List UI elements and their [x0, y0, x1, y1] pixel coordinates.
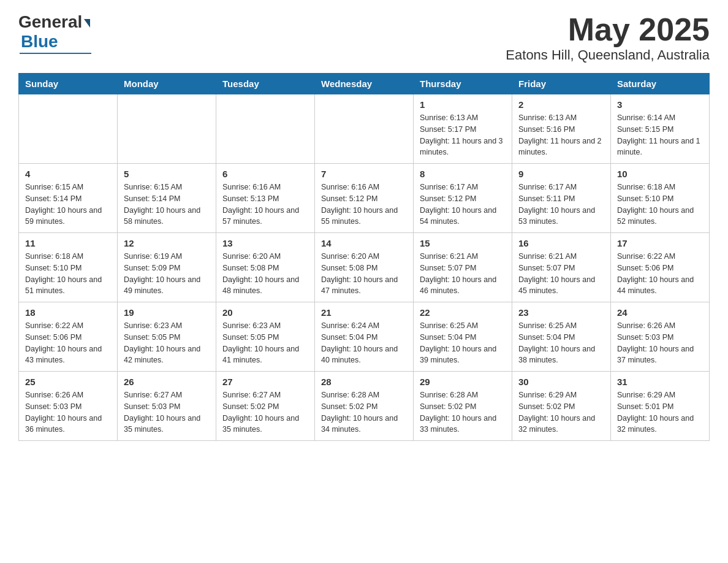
day-number: 16 — [518, 238, 604, 248]
weekday-header-saturday: Saturday — [611, 74, 710, 94]
calendar-cell: 2Sunrise: 6:13 AM Sunset: 5:16 PM Daylig… — [512, 94, 611, 164]
calendar-cell: 26Sunrise: 6:27 AM Sunset: 5:03 PM Dayli… — [118, 372, 216, 441]
logo-blue-text: Blue — [21, 32, 58, 52]
calendar-cell — [216, 94, 315, 164]
calendar-table: SundayMondayTuesdayWednesdayThursdayFrid… — [18, 73, 710, 441]
calendar-cell: 10Sunrise: 6:18 AM Sunset: 5:10 PM Dayli… — [611, 164, 710, 233]
calendar-cell: 23Sunrise: 6:25 AM Sunset: 5:04 PM Dayli… — [512, 302, 611, 372]
day-info: Sunrise: 6:20 AM Sunset: 5:08 PM Dayligh… — [222, 251, 308, 297]
logo-underline — [20, 53, 91, 54]
calendar-cell: 29Sunrise: 6:28 AM Sunset: 5:02 PM Dayli… — [414, 372, 512, 441]
day-number: 29 — [420, 377, 506, 387]
day-info: Sunrise: 6:25 AM Sunset: 5:04 PM Dayligh… — [518, 320, 604, 366]
location-subtitle: Eatons Hill, Queensland, Australia — [506, 47, 710, 63]
day-info: Sunrise: 6:14 AM Sunset: 5:15 PM Dayligh… — [617, 112, 703, 158]
calendar-cell: 13Sunrise: 6:20 AM Sunset: 5:08 PM Dayli… — [216, 233, 315, 302]
day-info: Sunrise: 6:20 AM Sunset: 5:08 PM Dayligh… — [321, 251, 407, 297]
calendar-cell — [19, 94, 118, 164]
day-info: Sunrise: 6:22 AM Sunset: 5:06 PM Dayligh… — [617, 251, 703, 297]
calendar-cell: 3Sunrise: 6:14 AM Sunset: 5:15 PM Daylig… — [611, 94, 710, 164]
day-info: Sunrise: 6:16 AM Sunset: 5:13 PM Dayligh… — [222, 182, 308, 228]
day-number: 8 — [420, 169, 506, 179]
day-info: Sunrise: 6:18 AM Sunset: 5:10 PM Dayligh… — [617, 182, 703, 228]
day-info: Sunrise: 6:17 AM Sunset: 5:12 PM Dayligh… — [420, 182, 506, 228]
weekday-header-row: SundayMondayTuesdayWednesdayThursdayFrid… — [19, 74, 710, 94]
calendar-cell: 31Sunrise: 6:29 AM Sunset: 5:01 PM Dayli… — [611, 372, 710, 441]
calendar-cell: 4Sunrise: 6:15 AM Sunset: 5:14 PM Daylig… — [19, 164, 118, 233]
calendar-cell: 17Sunrise: 6:22 AM Sunset: 5:06 PM Dayli… — [611, 233, 710, 302]
calendar-cell — [118, 94, 216, 164]
day-info: Sunrise: 6:19 AM Sunset: 5:09 PM Dayligh… — [124, 251, 210, 297]
day-info: Sunrise: 6:24 AM Sunset: 5:04 PM Dayligh… — [321, 320, 407, 366]
calendar-cell — [315, 94, 414, 164]
day-info: Sunrise: 6:23 AM Sunset: 5:05 PM Dayligh… — [222, 320, 308, 366]
weekday-header-friday: Friday — [512, 74, 611, 94]
weekday-header-tuesday: Tuesday — [216, 74, 315, 94]
day-info: Sunrise: 6:21 AM Sunset: 5:07 PM Dayligh… — [420, 251, 506, 297]
day-info: Sunrise: 6:27 AM Sunset: 5:03 PM Dayligh… — [124, 389, 210, 435]
week-row-4: 18Sunrise: 6:22 AM Sunset: 5:06 PM Dayli… — [19, 302, 710, 372]
calendar-cell: 15Sunrise: 6:21 AM Sunset: 5:07 PM Dayli… — [414, 233, 512, 302]
title-area: May 2025 Eatons Hill, Queensland, Austra… — [506, 12, 710, 63]
day-info: Sunrise: 6:18 AM Sunset: 5:10 PM Dayligh… — [25, 251, 111, 297]
day-info: Sunrise: 6:22 AM Sunset: 5:06 PM Dayligh… — [25, 320, 111, 366]
calendar-cell: 14Sunrise: 6:20 AM Sunset: 5:08 PM Dayli… — [315, 233, 414, 302]
day-info: Sunrise: 6:26 AM Sunset: 5:03 PM Dayligh… — [617, 320, 703, 366]
day-number: 1 — [420, 99, 506, 110]
calendar-cell: 12Sunrise: 6:19 AM Sunset: 5:09 PM Dayli… — [118, 233, 216, 302]
day-number: 13 — [222, 238, 308, 248]
week-row-3: 11Sunrise: 6:18 AM Sunset: 5:10 PM Dayli… — [19, 233, 710, 302]
day-number: 5 — [124, 169, 210, 179]
day-info: Sunrise: 6:17 AM Sunset: 5:11 PM Dayligh… — [518, 182, 604, 228]
day-number: 3 — [617, 99, 703, 110]
calendar-cell: 6Sunrise: 6:16 AM Sunset: 5:13 PM Daylig… — [216, 164, 315, 233]
day-number: 4 — [25, 169, 111, 179]
day-number: 26 — [124, 377, 210, 387]
calendar-cell: 8Sunrise: 6:17 AM Sunset: 5:12 PM Daylig… — [414, 164, 512, 233]
week-row-2: 4Sunrise: 6:15 AM Sunset: 5:14 PM Daylig… — [19, 164, 710, 233]
calendar-cell: 21Sunrise: 6:24 AM Sunset: 5:04 PM Dayli… — [315, 302, 414, 372]
day-info: Sunrise: 6:26 AM Sunset: 5:03 PM Dayligh… — [25, 389, 111, 435]
day-number: 21 — [321, 307, 407, 318]
weekday-header-wednesday: Wednesday — [315, 74, 414, 94]
day-number: 12 — [124, 238, 210, 248]
day-info: Sunrise: 6:28 AM Sunset: 5:02 PM Dayligh… — [420, 389, 506, 435]
day-number: 28 — [321, 377, 407, 387]
calendar-cell: 22Sunrise: 6:25 AM Sunset: 5:04 PM Dayli… — [414, 302, 512, 372]
day-number: 30 — [518, 377, 604, 387]
day-number: 17 — [617, 238, 703, 248]
day-info: Sunrise: 6:13 AM Sunset: 5:16 PM Dayligh… — [518, 112, 604, 158]
calendar-cell: 9Sunrise: 6:17 AM Sunset: 5:11 PM Daylig… — [512, 164, 611, 233]
day-number: 6 — [222, 169, 308, 179]
day-number: 18 — [25, 307, 111, 318]
calendar-cell: 1Sunrise: 6:13 AM Sunset: 5:17 PM Daylig… — [414, 94, 512, 164]
calendar-cell: 11Sunrise: 6:18 AM Sunset: 5:10 PM Dayli… — [19, 233, 118, 302]
day-info: Sunrise: 6:16 AM Sunset: 5:12 PM Dayligh… — [321, 182, 407, 228]
calendar-cell: 19Sunrise: 6:23 AM Sunset: 5:05 PM Dayli… — [118, 302, 216, 372]
weekday-header-monday: Monday — [118, 74, 216, 94]
calendar-cell: 20Sunrise: 6:23 AM Sunset: 5:05 PM Dayli… — [216, 302, 315, 372]
day-number: 19 — [124, 307, 210, 318]
day-info: Sunrise: 6:23 AM Sunset: 5:05 PM Dayligh… — [124, 320, 210, 366]
calendar-cell: 25Sunrise: 6:26 AM Sunset: 5:03 PM Dayli… — [19, 372, 118, 441]
day-info: Sunrise: 6:29 AM Sunset: 5:02 PM Dayligh… — [518, 389, 604, 435]
day-number: 15 — [420, 238, 506, 248]
calendar-cell: 7Sunrise: 6:16 AM Sunset: 5:12 PM Daylig… — [315, 164, 414, 233]
calendar-cell: 28Sunrise: 6:28 AM Sunset: 5:02 PM Dayli… — [315, 372, 414, 441]
calendar-cell: 30Sunrise: 6:29 AM Sunset: 5:02 PM Dayli… — [512, 372, 611, 441]
day-number: 27 — [222, 377, 308, 387]
calendar-cell: 18Sunrise: 6:22 AM Sunset: 5:06 PM Dayli… — [19, 302, 118, 372]
calendar-cell: 16Sunrise: 6:21 AM Sunset: 5:07 PM Dayli… — [512, 233, 611, 302]
page-header: General Blue May 2025 Eatons Hill, Queen… — [18, 12, 710, 63]
day-info: Sunrise: 6:25 AM Sunset: 5:04 PM Dayligh… — [420, 320, 506, 366]
day-number: 2 — [518, 99, 604, 110]
day-number: 25 — [25, 377, 111, 387]
day-number: 14 — [321, 238, 407, 248]
day-number: 31 — [617, 377, 703, 387]
calendar-cell: 24Sunrise: 6:26 AM Sunset: 5:03 PM Dayli… — [611, 302, 710, 372]
day-info: Sunrise: 6:27 AM Sunset: 5:02 PM Dayligh… — [222, 389, 308, 435]
calendar-cell: 5Sunrise: 6:15 AM Sunset: 5:14 PM Daylig… — [118, 164, 216, 233]
calendar-cell: 27Sunrise: 6:27 AM Sunset: 5:02 PM Dayli… — [216, 372, 315, 441]
day-info: Sunrise: 6:28 AM Sunset: 5:02 PM Dayligh… — [321, 389, 407, 435]
day-number: 10 — [617, 169, 703, 179]
